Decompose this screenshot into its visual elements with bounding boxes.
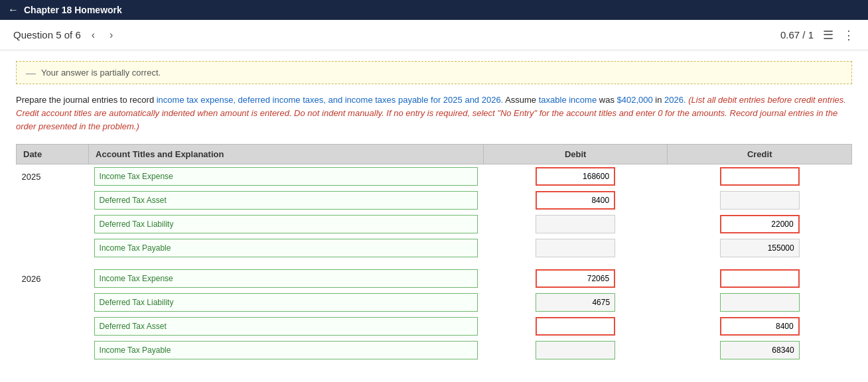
list-view-button[interactable]: ☰	[823, 28, 833, 42]
problem-text-part4: in	[653, 95, 664, 105]
table-row: 2026	[17, 267, 852, 290]
credit-cell	[668, 290, 852, 314]
credit-input[interactable]	[720, 341, 800, 359]
date-empty	[17, 338, 89, 362]
debit-input[interactable]	[536, 293, 615, 312]
problem-text-part1: Prepare the journal entries to record	[16, 95, 157, 105]
journal-table: Date Account Titles and Explanation Debi…	[16, 144, 852, 362]
app-title: Chapter 18 Homework	[24, 5, 122, 15]
credit-cell	[668, 212, 852, 236]
question-score: 0.67 / 1	[780, 29, 814, 40]
partial-correct-banner: — Your answer is partially correct.	[16, 61, 852, 84]
credit-cell	[668, 164, 852, 189]
debit-cell	[483, 188, 668, 212]
main-content: — Your answer is partially correct. Prep…	[0, 50, 868, 382]
col-header-date: Date	[17, 145, 89, 164]
account-cell	[89, 267, 484, 290]
table-row	[17, 188, 852, 212]
date-2025: 2025	[17, 164, 89, 189]
top-bar: ← Chapter 18 Homework	[0, 0, 868, 20]
credit-cell	[668, 188, 852, 212]
next-question-button[interactable]: ›	[106, 28, 117, 42]
date-empty	[17, 314, 89, 338]
back-arrow-icon[interactable]: ←	[8, 4, 19, 16]
table-row	[17, 290, 852, 314]
debit-cell	[483, 290, 668, 314]
debit-cell	[483, 338, 668, 362]
question-label: Question 5 of 6	[13, 29, 81, 40]
date-empty	[17, 188, 89, 212]
credit-input[interactable]	[720, 293, 800, 312]
date-2026: 2026	[17, 267, 89, 290]
debit-input[interactable]	[536, 215, 615, 233]
debit-input[interactable]	[536, 191, 615, 210]
question-bar: Question 5 of 6 ‹ › 0.67 / 1 ☰ ⋮	[0, 20, 868, 50]
debit-cell	[483, 267, 668, 290]
debit-input[interactable]	[536, 167, 615, 186]
credit-input[interactable]	[720, 239, 800, 257]
account-cell	[89, 338, 484, 362]
credit-input[interactable]	[720, 317, 800, 336]
account-title-input[interactable]	[94, 317, 478, 336]
table-row: 2025	[17, 164, 852, 189]
col-header-account: Account Titles and Explanation	[89, 145, 484, 164]
section-gap	[17, 260, 852, 267]
credit-cell	[668, 338, 852, 362]
debit-cell	[483, 212, 668, 236]
credit-cell	[668, 314, 852, 338]
problem-blue1: income tax expense, deferred income taxe…	[157, 95, 504, 105]
account-cell	[89, 212, 484, 236]
account-cell	[89, 164, 484, 189]
table-row	[17, 338, 852, 362]
date-empty	[17, 236, 89, 260]
account-title-input[interactable]	[94, 191, 478, 210]
banner-text: Your answer is partially correct.	[41, 68, 161, 78]
account-title-input[interactable]	[94, 341, 478, 359]
debit-cell	[483, 236, 668, 260]
account-title-input[interactable]	[94, 215, 478, 233]
more-options-button[interactable]: ⋮	[843, 28, 855, 42]
credit-input[interactable]	[720, 215, 800, 233]
debit-input[interactable]	[536, 239, 615, 257]
account-title-input[interactable]	[94, 269, 478, 288]
debit-input[interactable]	[536, 341, 615, 359]
account-cell	[89, 290, 484, 314]
account-cell	[89, 236, 484, 260]
debit-input[interactable]	[536, 317, 615, 336]
date-empty	[17, 212, 89, 236]
credit-input[interactable]	[720, 269, 800, 288]
credit-input[interactable]	[720, 167, 800, 186]
credit-cell	[668, 236, 852, 260]
debit-cell	[483, 164, 668, 189]
problem-blue2: taxable income	[539, 95, 597, 105]
problem-text-part2: Assume	[503, 95, 538, 105]
question-icons: 0.67 / 1 ☰ ⋮	[780, 28, 855, 42]
debit-input[interactable]	[536, 269, 615, 288]
question-nav: Question 5 of 6 ‹ ›	[13, 28, 117, 42]
prev-question-button[interactable]: ‹	[88, 28, 99, 42]
account-title-input[interactable]	[94, 167, 478, 186]
debit-cell	[483, 314, 668, 338]
problem-blue4: 2026.	[664, 95, 686, 105]
account-title-input[interactable]	[94, 293, 478, 312]
dash-icon: —	[26, 67, 36, 78]
account-cell	[89, 188, 484, 212]
table-row	[17, 314, 852, 338]
col-header-debit: Debit	[483, 145, 668, 164]
problem-text-part3: was	[597, 95, 616, 105]
table-row	[17, 236, 852, 260]
account-cell	[89, 314, 484, 338]
col-header-credit: Credit	[668, 145, 852, 164]
account-title-input[interactable]	[94, 239, 478, 257]
problem-blue3: $402,000	[617, 95, 653, 105]
date-empty	[17, 290, 89, 314]
table-row	[17, 212, 852, 236]
credit-cell	[668, 267, 852, 290]
credit-input[interactable]	[720, 191, 800, 210]
problem-text: Prepare the journal entries to record in…	[16, 94, 852, 133]
